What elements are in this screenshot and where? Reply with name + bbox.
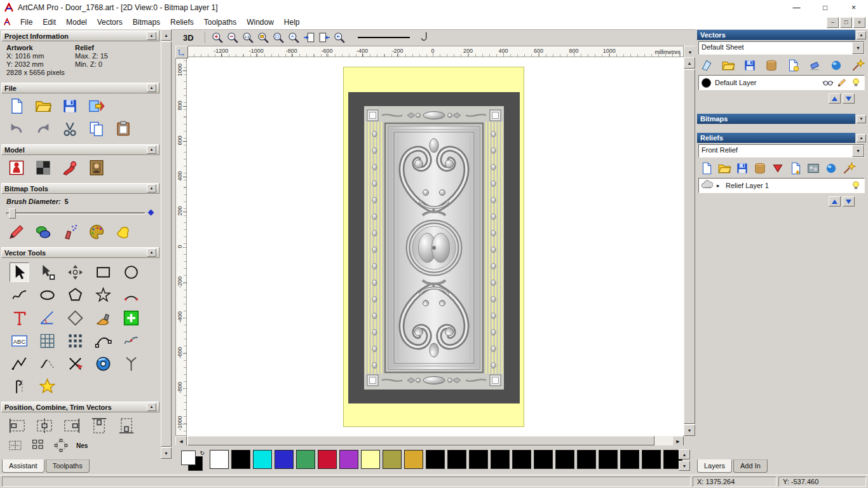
layer-colour-swatch[interactable]	[702, 78, 711, 88]
move-relief-down-button[interactable]	[843, 196, 855, 207]
cut-icon[interactable]	[61, 120, 79, 138]
new-relief-icon[interactable]	[700, 161, 714, 175]
nest-tool-label[interactable]: Nes	[76, 442, 88, 449]
palette-swatch[interactable]	[491, 450, 510, 469]
trim-vectors-icon[interactable]	[66, 355, 85, 373]
canvas-vscroll-track[interactable]	[684, 69, 695, 424]
sheet-selector[interactable]: Default Sheet ▼	[698, 41, 865, 55]
create-polygon-icon[interactable]	[66, 286, 85, 304]
canvas-scroll-down-button[interactable]: ▼	[684, 424, 695, 436]
assistant-scroll-track[interactable]	[161, 41, 172, 447]
palette-swatch[interactable]	[296, 450, 315, 469]
palette-swatch[interactable]	[599, 450, 618, 469]
slider-track[interactable]	[6, 212, 146, 215]
collapse-file-button[interactable]: ▲	[147, 84, 156, 92]
palette-swatch[interactable]	[620, 450, 639, 469]
spray-icon[interactable]	[61, 223, 79, 241]
minimize-button[interactable]: —	[782, 0, 811, 15]
create-polyline-icon[interactable]	[10, 355, 29, 373]
palette-swatch[interactable]	[210, 450, 229, 469]
palette-swatch[interactable]	[339, 450, 358, 469]
open-vectors-icon[interactable]	[721, 58, 735, 72]
palette-swatch[interactable]	[318, 450, 337, 469]
zoom-drag-icon[interactable]	[287, 31, 301, 44]
visibility-glasses-icon[interactable]	[822, 77, 834, 88]
palette-swatch[interactable]	[426, 450, 445, 469]
zoom-object-icon[interactable]	[257, 31, 270, 44]
collapse-project-info-button[interactable]: ▲	[147, 32, 156, 40]
menu-file[interactable]: File	[15, 17, 37, 28]
save-vectors-icon[interactable]	[743, 58, 757, 72]
zoom-fit-icon[interactable]	[272, 31, 285, 44]
edit-pen-icon[interactable]	[836, 77, 848, 88]
fit-arcs-icon[interactable]	[122, 332, 140, 350]
mdi-minimize-button[interactable]: –	[827, 17, 839, 28]
align-left-icon[interactable]	[8, 416, 27, 435]
snap-grid-icon[interactable]	[122, 309, 140, 327]
new-relief-layer-icon[interactable]	[789, 161, 803, 175]
menu-toolpaths[interactable]: Toolpaths	[199, 17, 241, 28]
relief-layer-row[interactable]: ▸ Relief Layer 1	[699, 179, 864, 193]
snap-sphere-icon[interactable]	[829, 58, 843, 72]
collapse-position-button[interactable]: ▲	[147, 403, 156, 411]
tab-assistant[interactable]: Assistant	[2, 459, 44, 473]
close-button[interactable]: ×	[839, 0, 868, 15]
palette-scroll-up-button[interactable]: ▲	[679, 449, 690, 459]
move-relief-up-button[interactable]	[829, 196, 841, 207]
block-copy-icon[interactable]	[66, 332, 85, 350]
drawing-canvas[interactable]	[187, 57, 684, 436]
palette-swatch[interactable]	[469, 450, 488, 469]
swap-colours-icon[interactable]: ↻	[200, 450, 205, 456]
zoom-previous-icon[interactable]	[333, 31, 346, 44]
canvas-vscroll-thumb[interactable]	[684, 69, 695, 424]
fillet-icon[interactable]	[122, 355, 140, 373]
invert-model-icon[interactable]	[34, 159, 52, 177]
mirror-vectors-icon[interactable]	[10, 377, 29, 396]
colour-blend-icon[interactable]	[114, 223, 132, 241]
move-layer-up-button[interactable]	[829, 93, 841, 104]
open-relief-icon[interactable]	[717, 161, 731, 175]
create-doughnut-icon[interactable]	[94, 355, 112, 373]
create-rectangle-icon[interactable]	[94, 263, 112, 281]
palette-swatch[interactable]	[534, 450, 553, 469]
align-right-icon[interactable]	[62, 416, 81, 435]
tab-add-in[interactable]: Add In	[733, 459, 768, 473]
zoom-in-icon[interactable]	[211, 31, 224, 44]
create-circle-icon[interactable]	[122, 263, 140, 281]
zoom-scale-icon[interactable]: 1:1	[241, 31, 255, 44]
primary-colour[interactable]	[181, 451, 196, 465]
paste-icon[interactable]	[114, 120, 132, 138]
assistant-scroll-up-button[interactable]: ▲	[161, 29, 172, 41]
create-text-icon[interactable]	[10, 309, 29, 327]
new-layer-icon[interactable]	[786, 58, 800, 72]
create-star-icon[interactable]	[94, 286, 112, 304]
relief-selector[interactable]: Front Relief ▼	[698, 144, 865, 158]
open-file-icon[interactable]	[34, 97, 52, 115]
delete-layer-icon[interactable]	[808, 58, 822, 72]
move-layer-down-button[interactable]	[843, 93, 855, 104]
lightbulb-icon[interactable]	[850, 180, 862, 191]
paste-grid-icon[interactable]	[38, 332, 57, 350]
block-array-icon[interactable]	[31, 438, 46, 453]
brush-diameter-slider[interactable]	[6, 208, 152, 218]
paint-icon[interactable]	[8, 223, 25, 241]
palette-swatch[interactable]	[577, 450, 596, 469]
pen-curve-icon[interactable]	[419, 31, 430, 44]
new-sheet-icon[interactable]	[700, 58, 714, 72]
vector-doctor-icon[interactable]	[38, 377, 57, 396]
menu-window[interactable]: Window	[241, 17, 279, 28]
rotate-array-icon[interactable]	[53, 438, 69, 453]
centre-in-page-icon[interactable]	[8, 438, 23, 453]
palette-swatch[interactable]	[253, 450, 272, 469]
ruler-units-dropdown-button[interactable]: ▼	[684, 46, 696, 58]
relief-thumb-icon[interactable]	[702, 180, 713, 191]
wrap-text-icon[interactable]: ABC	[10, 332, 29, 350]
palette-swatch[interactable]	[447, 450, 466, 469]
menu-vectors[interactable]: Vectors	[92, 17, 128, 28]
align-centre-icon[interactable]	[35, 416, 54, 435]
collapse-model-button[interactable]: ▲	[147, 146, 156, 154]
align-top-icon[interactable]	[90, 416, 109, 435]
toggle-3d-view-button[interactable]: 3D	[180, 32, 196, 43]
delete-relief-icon[interactable]	[771, 161, 785, 175]
expand-bitmaps-button[interactable]: ▼	[857, 115, 866, 123]
